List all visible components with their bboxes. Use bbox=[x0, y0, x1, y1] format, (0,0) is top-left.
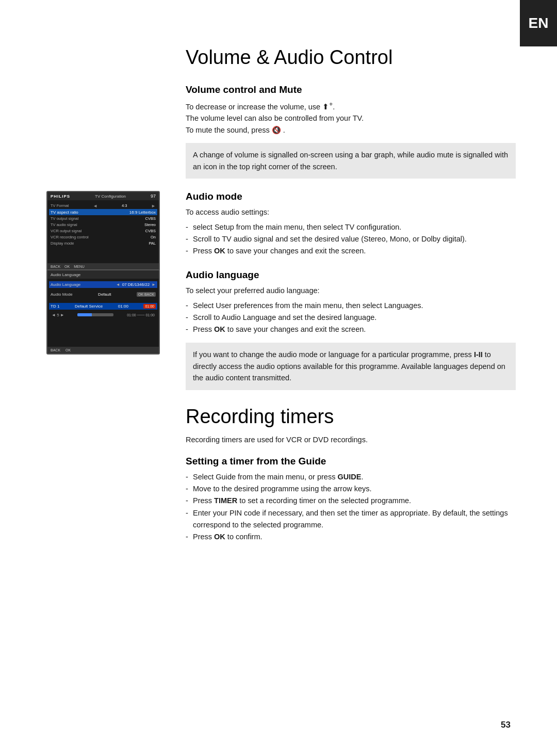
audio-language-info-box: If you want to change the audio mode or … bbox=[186, 343, 516, 390]
volume-para2: The volume level can also be controlled … bbox=[186, 114, 364, 122]
tv2-time: 01:00 bbox=[118, 304, 128, 309]
tv-row-nav-right: ► bbox=[151, 203, 156, 208]
tv2-btn-ok: OK bbox=[65, 348, 71, 352]
tv2-row-1: Audio Mode Default OK BACK bbox=[51, 291, 156, 298]
tv-row-0: TV Format ◄ 4:3 ► bbox=[51, 202, 156, 209]
audio-mode-item-2: Press OK to save your changes and exit t… bbox=[186, 245, 516, 257]
tv-row-value-3: Stereo bbox=[144, 222, 156, 227]
tv2-header: Audio Language bbox=[47, 270, 159, 279]
chapter2-title: Recording timers bbox=[186, 406, 516, 428]
tv-row-label-5: VCR recording control bbox=[51, 235, 89, 239]
audio-language-heading: Audio language bbox=[186, 269, 516, 281]
volume-info-box: A change of volume is signalled on-scree… bbox=[186, 143, 516, 179]
screenshot2-container: Audio Language Audio Language ◄ 07 DE/13… bbox=[46, 269, 170, 355]
philips-logo: PHILIPS bbox=[51, 194, 70, 199]
tv2-content: Audio Language ◄ 07 DE/1346/22 ► Audio M… bbox=[47, 279, 159, 320]
audio-language-item-2: Press OK to save your changes and exit t… bbox=[186, 324, 516, 335]
volume-control-heading: Volume control and Mute bbox=[186, 84, 516, 95]
audio-mode-heading: Audio mode bbox=[186, 191, 516, 202]
tv2-badge: OK BACK bbox=[137, 292, 156, 297]
setting-timer-heading: Setting a timer from the Guide bbox=[186, 456, 516, 467]
tv-row-label-0: TV Format bbox=[51, 203, 69, 208]
tv2-progress-bar bbox=[77, 313, 113, 316]
audio-language-item-0: Select User preferences from the main me… bbox=[186, 300, 516, 312]
tv-row-value-2: CVBS bbox=[145, 216, 156, 221]
tv-row-4: VCR output signal CVBS bbox=[51, 228, 156, 234]
tv2-channel-row: TD 1 Default Service 01:00 01:00 bbox=[49, 303, 157, 310]
tv-row-value-1: 16:9 Letterbox bbox=[129, 210, 156, 215]
audio-mode-item-0: select Setup from the main menu, then se… bbox=[186, 221, 516, 233]
tv-row-label-3: TV audio signal bbox=[51, 222, 77, 227]
tv2-timer-badge: 01:00 bbox=[143, 304, 156, 309]
chapter1-title: Volume & Audio Control bbox=[186, 46, 516, 69]
section-setting-timer: Setting a timer from the Guide Select Gu… bbox=[186, 456, 516, 543]
audio-mode-list: select Setup from the main menu, then se… bbox=[186, 221, 516, 258]
tv-row-label-1: TV aspect ratio bbox=[51, 210, 78, 215]
volume-para1: To decrease or increase the volume, use … bbox=[186, 100, 516, 136]
tv-row-1: TV aspect ratio 16:9 Letterbox bbox=[49, 209, 157, 215]
setting-timer-item-2: Press TIMER to set a recording timer on … bbox=[186, 495, 516, 507]
tv-row-value-4: CVBS bbox=[145, 229, 156, 233]
tv2-row-0: Audio Language ◄ 07 DE/1346/22 ► bbox=[49, 281, 157, 288]
tv2-value-0: 07 DE/1346/22 bbox=[122, 282, 150, 287]
tv-btn-menu: MENU bbox=[74, 265, 85, 268]
audio-mode-intro: To access audio settings: bbox=[186, 206, 516, 218]
setting-timer-list: Select Guide from the main menu, or pres… bbox=[186, 471, 516, 543]
tv-btn-back: BACK bbox=[51, 265, 60, 268]
setting-timer-item-1: Move to the desired programme using the … bbox=[186, 483, 516, 495]
audio-language-intro: To select your preferred audio language: bbox=[186, 285, 516, 296]
tv2-progress-label: ◄ 5 ► bbox=[52, 313, 64, 317]
section-audio-language: Audio Language Audio Language ◄ 07 DE/13… bbox=[186, 269, 516, 390]
tv2-label-0: Audio Language bbox=[51, 282, 80, 287]
section-volume-control: Volume control and Mute To decrease or i… bbox=[186, 84, 516, 179]
tv2-header-title: Audio Language bbox=[51, 272, 80, 277]
tv-row-label-6: Display mode bbox=[51, 241, 74, 246]
tv-row-value-5: On bbox=[151, 235, 156, 239]
audio-language-list: Select User preferences from the main me… bbox=[186, 300, 516, 336]
tv-row-nav-left: ◄ bbox=[93, 203, 97, 208]
tv-row-value-6: PAL bbox=[149, 241, 156, 246]
tv2-bottom-bar: BACK OK bbox=[47, 347, 159, 353]
page-number: 53 bbox=[501, 720, 511, 730]
tv-screenshot-2: Audio Language Audio Language ◄ 07 DE/13… bbox=[46, 269, 160, 355]
tv-header-num: 97 bbox=[151, 194, 156, 199]
audio-language-item-1: Scroll to Audio Language and set the des… bbox=[186, 312, 516, 324]
tv-header-title: TV Configuration bbox=[95, 194, 126, 199]
screenshot1-container: PHILIPS TV Configuration 97 TV Format ◄ … bbox=[46, 191, 170, 277]
tv2-progress-time: 01:00 ─── 01:00 bbox=[127, 313, 155, 317]
tv-row-value-0: 4:3 bbox=[122, 203, 127, 208]
tv-screenshot-1: PHILIPS TV Configuration 97 TV Format ◄ … bbox=[46, 191, 160, 271]
tv-row-5: VCR recording control On bbox=[51, 234, 156, 240]
chapter2-intro: Recording timers are used for VCR or DVD… bbox=[186, 434, 516, 445]
section-audio-mode: PHILIPS TV Configuration 97 TV Format ◄ … bbox=[186, 191, 516, 257]
tv-row-6: Display mode PAL bbox=[51, 240, 156, 246]
tv-header-1: PHILIPS TV Configuration 97 bbox=[47, 192, 159, 200]
tv2-progress-row: ◄ 5 ► 01:00 ─── 01:00 bbox=[51, 313, 156, 317]
setting-timer-item-0: Select Guide from the main menu, or pres… bbox=[186, 471, 516, 483]
tv-btn-ok: OK bbox=[64, 265, 70, 268]
setting-timer-item-4: Press OK to confirm. bbox=[186, 531, 516, 543]
tv2-nav-left: ◄ bbox=[116, 282, 120, 287]
tv-row-3: TV audio signal Stereo bbox=[51, 221, 156, 228]
tv2-btn-back: BACK bbox=[51, 348, 60, 352]
tv2-progress-fill bbox=[77, 313, 92, 316]
tv2-channel-num: TD 1 bbox=[51, 304, 59, 309]
tv2-channel-name: Default Service bbox=[75, 304, 103, 309]
tv2-value-1: Default bbox=[98, 292, 111, 297]
tv-row-label-4: VCR output signal bbox=[51, 229, 81, 233]
setting-timer-item-3: Enter your PIN code if necessary, and th… bbox=[186, 507, 516, 531]
audio-mode-item-1: Scroll to TV audio signal and set the de… bbox=[186, 233, 516, 245]
tv-content-1: TV Format ◄ 4:3 ► TV aspect ratio 16:9 L… bbox=[47, 200, 159, 248]
tv2-nav-right: ► bbox=[152, 282, 156, 287]
tv2-label-1: Audio Mode bbox=[51, 292, 73, 297]
tv-row-label-2: TV output signal bbox=[51, 216, 78, 221]
tv-row-2: TV output signal CVBS bbox=[51, 215, 156, 221]
